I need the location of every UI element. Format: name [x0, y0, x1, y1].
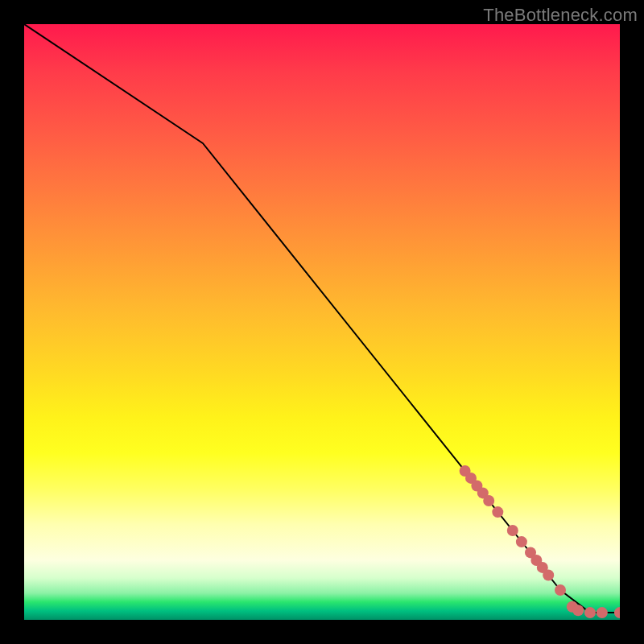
data-point — [543, 570, 554, 581]
chart-frame: TheBottleneck.com — [0, 0, 644, 644]
data-point — [555, 584, 566, 596]
data-point — [572, 605, 584, 616]
data-point — [597, 607, 608, 618]
data-point — [614, 607, 620, 618]
data-point — [483, 495, 494, 506]
chart-svg — [24, 24, 620, 620]
data-point — [492, 506, 503, 518]
data-point — [584, 607, 596, 618]
data-point — [516, 536, 527, 547]
plot-area — [24, 24, 620, 620]
data-point — [507, 525, 518, 536]
curve-line — [24, 24, 620, 613]
watermark-text: TheBottleneck.com — [483, 5, 638, 26]
scatter-markers — [460, 465, 620, 618]
